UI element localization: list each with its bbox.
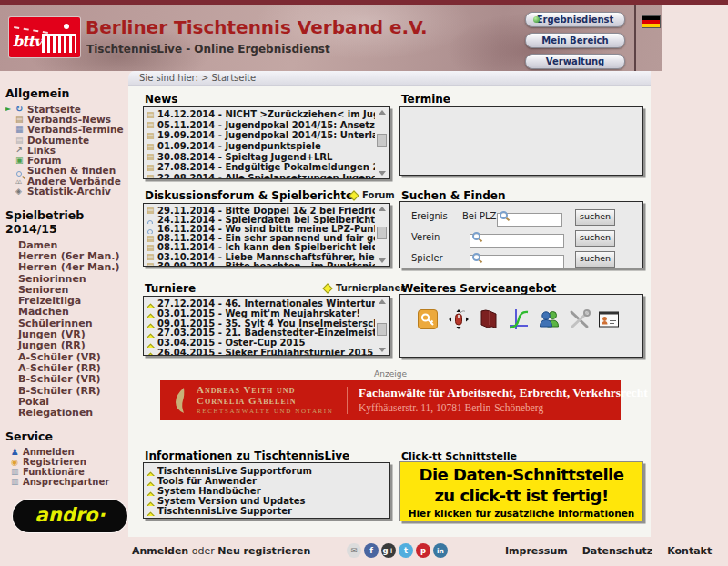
news-item[interactable]: 05.11.2014 - Jugendpokal 2014/15: Ansetz… xyxy=(147,120,375,131)
ergebnisdienst-button[interactable]: Ergebnisdienst xyxy=(525,12,625,27)
key-icon[interactable] xyxy=(417,308,439,330)
tools-icon[interactable] xyxy=(569,308,591,330)
news-item[interactable]: 19.09.2014 - Jugendpokal 2014/15: Unterl… xyxy=(147,130,375,141)
news-item[interactable]: 22.08.2014 - Alle Spielansetzungen Jugen… xyxy=(147,173,375,179)
turnier-item[interactable]: 27.12.2014 - 46. Internationales Wintert… xyxy=(147,298,375,308)
sidebar-item[interactable]: Dokumente xyxy=(5,135,128,145)
mail-icon[interactable] xyxy=(347,543,361,558)
sidebar-item[interactable]: Verbands-Termine xyxy=(5,125,128,135)
suchen-button[interactable]: suchen xyxy=(575,251,615,268)
forum-link[interactable]: Forum xyxy=(350,190,395,200)
info-item[interactable]: Tools für Anwender xyxy=(147,476,375,486)
scrollbar-down[interactable] xyxy=(379,348,386,352)
sidebar-item[interactable]: Forum xyxy=(5,155,128,165)
sidebar-item-league[interactable]: Herren (6er Man.) xyxy=(18,250,128,261)
scrollbar-thumb[interactable] xyxy=(377,227,387,239)
german-flag-icon[interactable] xyxy=(642,15,661,28)
news-item[interactable]: 27.08.2014 - Endgültige Pokalmeldungen 2… xyxy=(147,162,375,173)
suchen-button[interactable]: suchen xyxy=(575,209,615,226)
sidebar-item-league[interactable]: Jungen (VR) xyxy=(18,328,128,339)
sidebar-item[interactable]: Funktionäre xyxy=(11,467,128,477)
twitter-icon[interactable] xyxy=(399,543,413,558)
anmelden-link[interactable]: Anmelden xyxy=(132,545,188,557)
search-input[interactable] xyxy=(470,234,564,248)
linkedin-icon[interactable] xyxy=(433,543,448,558)
sidebar-item[interactable]: Suchen & finden xyxy=(5,166,128,176)
turnier-item[interactable]: 03.04.2015 - Oster-Cup 2015 xyxy=(147,338,375,348)
sidebar-item-league[interactable]: Mädchen xyxy=(18,306,128,317)
sidebar-item-league[interactable]: B-Schüler (RR) xyxy=(18,385,128,396)
info-item[interactable]: TischtennisLive Supporter xyxy=(147,506,375,516)
sidebar-item-league[interactable]: B-Schüler (VR) xyxy=(18,373,128,384)
bttv-logo[interactable]: bttv xyxy=(9,17,80,57)
turnier-item[interactable]: 26.04.2015 - Sieker Frühjahrsturnier 201… xyxy=(147,348,375,356)
sidebar-item-league[interactable]: Senioren xyxy=(18,284,128,295)
footer-link[interactable]: Impressum xyxy=(505,545,568,557)
googleplus-icon[interactable] xyxy=(381,543,396,558)
forum-item[interactable]: 16.11.2014 - Wo sind bitte meine LPZ-Pun… xyxy=(147,224,375,233)
contact-card-icon[interactable] xyxy=(598,308,620,330)
forum-item[interactable]: 29.11.2014 - Bitte Doppel 1& 2 bei Fried… xyxy=(147,206,375,215)
sidebar-item[interactable]: Verbands-News xyxy=(5,114,128,124)
facebook-icon[interactable] xyxy=(364,543,379,558)
chart-curve-icon[interactable] xyxy=(508,308,530,330)
turnier-item[interactable]: 27.03.2015 - 21. Badenstedter-Einzelmeis… xyxy=(147,328,375,338)
sidebar-item-league[interactable]: Seniorinnen xyxy=(18,273,128,284)
sidebar-item[interactable]: Ansprechpartner xyxy=(11,477,128,487)
sidebar-item[interactable]: Registrieren xyxy=(11,457,128,467)
forum-item[interactable]: 30.09.2014 - Bitte beachten - im Punktsp… xyxy=(147,261,375,267)
turnier-item[interactable]: 03.01.2015 - Weg mit'm Neujahrskater! xyxy=(147,308,375,318)
footer-link[interactable]: Datenschutz xyxy=(582,545,653,557)
ball-decoration xyxy=(64,24,69,29)
turnier-item[interactable]: 09.01.2015 - 35. Sylt 4 You Inselmeister… xyxy=(147,318,375,328)
sidebar-section-service: Service xyxy=(5,430,128,443)
sidebar-item-league[interactable]: Relegationen xyxy=(18,407,128,418)
clicktt-banner[interactable]: Die Daten-Schnittstelle zu click-tt ist … xyxy=(399,461,643,521)
sidebar-item[interactable]: Statistik-Archiv xyxy=(5,186,128,196)
sidebar-item-league[interactable]: A-Schüler (RR) xyxy=(18,362,128,373)
scrollbar-up[interactable] xyxy=(379,207,386,211)
sidebar-item[interactable]: Anmelden xyxy=(11,447,128,457)
scrollbar-up[interactable] xyxy=(379,110,386,115)
search-input[interactable] xyxy=(497,213,562,227)
verwaltung-button[interactable]: Verwaltung xyxy=(525,54,625,69)
footer-link[interactable]: Kontakt xyxy=(667,545,712,557)
sidebar-item[interactable]: Links xyxy=(5,145,128,155)
sidebar-item-league[interactable]: Herren (4er Man.) xyxy=(18,261,128,272)
pinterest-icon[interactable] xyxy=(416,543,430,558)
andro-sponsor-logo[interactable]: andro· xyxy=(13,500,127,532)
news-item[interactable]: 14.12.2014 - NICHT >Zurückziehen< im Jug… xyxy=(147,109,375,120)
scrollbar-down[interactable] xyxy=(379,258,386,263)
info-item[interactable]: System Handbücher xyxy=(147,486,375,496)
sidebar-item-league[interactable]: Jungen (RR) xyxy=(18,339,128,350)
mouse-icon[interactable] xyxy=(448,308,470,330)
sidebar-item-league[interactable]: Pokal xyxy=(18,396,128,407)
search-input[interactable] xyxy=(470,255,564,268)
sidebar-item-league[interactable]: Freizeitliga xyxy=(18,295,128,306)
sidebar-item-league[interactable]: Schülerinnen xyxy=(18,318,128,328)
forum-item[interactable]: 03.10.2014 - Liebe Mannschaftsführer, hi… xyxy=(147,252,375,261)
forum-item[interactable]: 24.11.2014 - Spielerdaten bei Spielberic… xyxy=(147,215,375,224)
news-item[interactable]: 01.09.2014 - Jugendpunktspiele xyxy=(147,141,375,152)
users-icon[interactable] xyxy=(539,308,561,330)
scrollbar-up[interactable] xyxy=(379,299,386,304)
news-item[interactable]: 30.08.2014 - Spieltag Jugend+LRL xyxy=(147,151,375,162)
sidebar-item[interactable]: ► Startseite xyxy=(5,104,128,114)
suchen-button[interactable]: suchen xyxy=(575,230,615,247)
mein-bereich-button[interactable]: Mein Bereich xyxy=(525,33,625,48)
scrollbar-down[interactable] xyxy=(379,171,386,176)
forum-item[interactable]: 08.11.2014 - Ich kann den Spielbericht l… xyxy=(147,243,375,252)
neu-registrieren-link[interactable]: Neu registrieren xyxy=(217,545,310,557)
info-item[interactable]: TischtennisLive Supportforum xyxy=(147,466,375,476)
book-icon[interactable] xyxy=(478,308,500,330)
scrollbar-thumb[interactable] xyxy=(377,134,387,147)
sidebar-item[interactable]: Andere Verbände xyxy=(5,176,128,186)
sidebar-item-league[interactable]: Damen xyxy=(18,239,128,250)
turnierplaner-link[interactable]: Turnierplaner xyxy=(324,283,405,293)
online-status-icon xyxy=(533,16,540,23)
info-item[interactable]: System Version und Updates xyxy=(147,496,375,506)
ad-banner[interactable]: Andreas Veith und Cornelia Gäbelein Rech… xyxy=(160,380,621,420)
forum-item[interactable]: 08.11.2014 - Ein sehr spannend und fair … xyxy=(147,234,375,243)
scrollbar-thumb[interactable] xyxy=(377,323,387,336)
sidebar-item-league[interactable]: A-Schüler (VR) xyxy=(18,351,128,362)
